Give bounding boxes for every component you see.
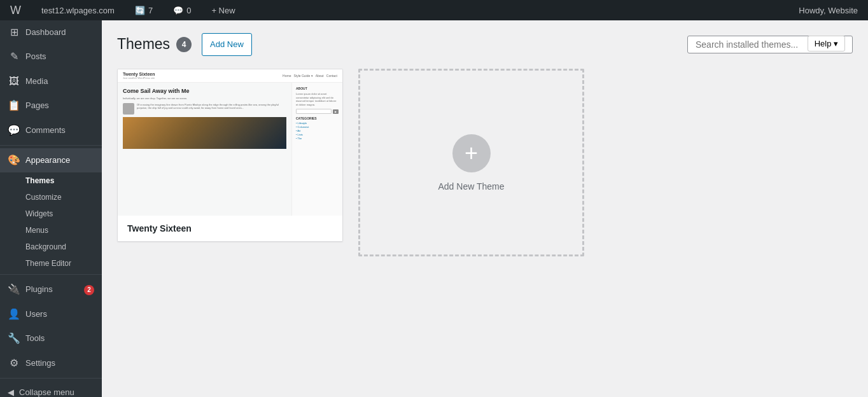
preview-submit-btn: ▶: [333, 109, 339, 114]
page-header: Themes 4 Add New: [117, 33, 853, 56]
sidebar-item-appearance[interactable]: 🎨 Appearance: [0, 148, 102, 172]
preview-intro: Individually, we are one drop. Together,…: [123, 97, 286, 101]
sidebar-label-settings: Settings: [25, 358, 55, 369]
users-icon: 👤: [8, 307, 20, 321]
preview-nav: Twenty Sixteen Just another WordPress si…: [118, 69, 342, 83]
comments-icon: 💬: [173, 6, 183, 15]
preview-sidebar: ABOUT Lorem ipsum dolor sit amet consect…: [291, 83, 342, 216]
sidebar-item-media[interactable]: 🖼 Media: [0, 69, 102, 94]
sidebar-item-pages[interactable]: 📋 Pages: [0, 94, 102, 118]
menu-separator-1: [0, 145, 102, 146]
sidebar-item-users[interactable]: 👤 Users: [0, 302, 102, 326]
pages-icon: 📋: [8, 99, 20, 113]
collapse-menu-label: Collapse menu: [19, 387, 74, 397]
menu-separator-3: [0, 378, 102, 379]
adminbar-wp-logo[interactable]: W: [5, 0, 26, 20]
preview-body: Come Sail Away with Me Individually, we …: [118, 83, 342, 216]
theme-count-badge: 4: [176, 37, 192, 52]
preview-nav-links: Home Style Guide ▾ About Contact: [283, 74, 337, 78]
submenu-menus-label: Menus: [25, 226, 48, 235]
sidebar-label-pages: Pages: [25, 100, 49, 111]
sidebar-label-dashboard: Dashboard: [25, 27, 66, 38]
adminbar-updates[interactable]: 🔄 7: [130, 0, 158, 20]
theme-preview: Twenty Sixteen Just another WordPress si…: [118, 69, 342, 216]
posts-icon: ✎: [8, 50, 20, 64]
submenu-themes-label: Themes: [25, 176, 54, 185]
adminbar-comments[interactable]: 💬 0: [168, 0, 196, 20]
plugins-icon: 🔌: [8, 282, 20, 296]
wp-logo-icon: W: [10, 4, 21, 17]
appearance-icon: 🎨: [8, 153, 20, 167]
updates-count: 7: [148, 6, 153, 15]
plugins-badge: 2: [84, 285, 94, 295]
preview-search-input: [296, 109, 332, 114]
sidebar-subitem-themes[interactable]: Themes: [0, 172, 102, 189]
howdy-text: Howdy, Website: [799, 6, 858, 15]
sidebar-label-comments: Comments: [25, 125, 66, 136]
preview-site-title: Twenty Sixteen: [123, 72, 155, 76]
preview-image: [123, 117, 286, 149]
media-icon: 🖼: [8, 74, 20, 88]
sidebar-label-tools: Tools: [25, 333, 45, 344]
preview-site-tagline: Just another WordPress site: [123, 76, 155, 80]
sidebar-item-comments[interactable]: 💬 Comments: [0, 118, 102, 143]
preview-avatar: [123, 103, 134, 115]
main-content: Help ▾ Themes 4 Add New: [102, 20, 868, 397]
submenu-widgets-label: Widgets: [25, 209, 53, 218]
help-button[interactable]: Help ▾: [808, 36, 845, 52]
submenu-theme-editor-label: Theme Editor: [25, 259, 71, 268]
preview-search-row: ▶: [296, 109, 339, 114]
theme-screenshot: Twenty Sixteen Just another WordPress si…: [118, 69, 342, 216]
add-new-theme-card[interactable]: + Add New Theme: [358, 69, 584, 256]
page-title: Themes: [117, 35, 170, 54]
settings-icon: ⚙: [8, 356, 20, 370]
comments-menu-icon: 💬: [8, 123, 20, 137]
menu-separator-2: [0, 274, 102, 275]
collapse-arrow-icon: ◀: [8, 387, 14, 397]
sidebar-subitem-theme-editor[interactable]: Theme Editor: [0, 255, 102, 272]
add-theme-label: Add New Theme: [438, 181, 504, 192]
new-label: + New: [211, 6, 235, 15]
sidebar-label-media: Media: [25, 76, 48, 87]
preview-heading: Come Sail Away with Me: [123, 88, 286, 94]
admin-bar: W test12.wlpages.com 🔄 7 💬 0 + New Howdy…: [0, 0, 868, 20]
add-theme-icon: +: [452, 134, 491, 172]
updates-icon: 🔄: [135, 6, 145, 15]
sidebar-subitem-customize[interactable]: Customize: [0, 189, 102, 205]
add-new-button[interactable]: Add New: [202, 33, 252, 56]
adminbar-new[interactable]: + New: [206, 0, 240, 20]
theme-name: Twenty Sixteen: [118, 216, 342, 241]
sidebar-item-plugins[interactable]: 🔌 Plugins 2: [0, 277, 102, 302]
comments-count: 0: [186, 6, 191, 15]
sidebar-item-dashboard[interactable]: ⊞ Dashboard: [0, 20, 102, 45]
sidebar-item-settings[interactable]: ⚙ Settings: [0, 351, 102, 375]
sidebar-subitem-background[interactable]: Background: [0, 239, 102, 255]
sidebar-label-users: Users: [25, 309, 47, 320]
sidebar-label-plugins: Plugins: [25, 284, 53, 295]
sidebar-item-tools[interactable]: 🔧 Tools: [0, 326, 102, 351]
preview-main: Come Sail Away with Me Individually, we …: [118, 83, 291, 216]
preview-text: Of crossing the imaginary line drawn fro…: [137, 103, 286, 115]
page-title-wrap: Themes 4: [117, 35, 192, 54]
sidebar-subitem-widgets[interactable]: Widgets: [0, 205, 102, 222]
submenu-customize-label: Customize: [25, 193, 62, 202]
admin-sidebar: ⊞ Dashboard ✎ Posts 🖼 Media 📋 Pages 💬 Co…: [0, 20, 102, 397]
collapse-menu-button[interactable]: ◀ Collapse menu: [0, 381, 102, 397]
adminbar-site-name[interactable]: test12.wlpages.com: [36, 0, 120, 20]
sidebar-item-posts[interactable]: ✎ Posts: [0, 45, 102, 69]
site-url: test12.wlpages.com: [41, 6, 115, 15]
theme-card-twenty-sixteen[interactable]: Twenty Sixteen Just another WordPress si…: [117, 69, 343, 242]
dashboard-icon: ⊞: [8, 25, 20, 39]
sidebar-subitem-menus[interactable]: Menus: [0, 222, 102, 239]
help-label: Help ▾: [815, 39, 838, 48]
preview-content-block: Of crossing the imaginary line drawn fro…: [123, 103, 286, 115]
themes-grid: Twenty Sixteen Just another WordPress si…: [117, 69, 853, 256]
wpbody-content: Help ▾ Themes 4 Add New: [117, 33, 853, 256]
sidebar-label-posts: Posts: [25, 51, 46, 62]
sidebar-label-appearance: Appearance: [25, 155, 70, 166]
adminbar-howdy[interactable]: Howdy, Website: [794, 0, 863, 20]
tools-icon: 🔧: [8, 331, 20, 345]
submenu-background-label: Background: [25, 242, 66, 251]
